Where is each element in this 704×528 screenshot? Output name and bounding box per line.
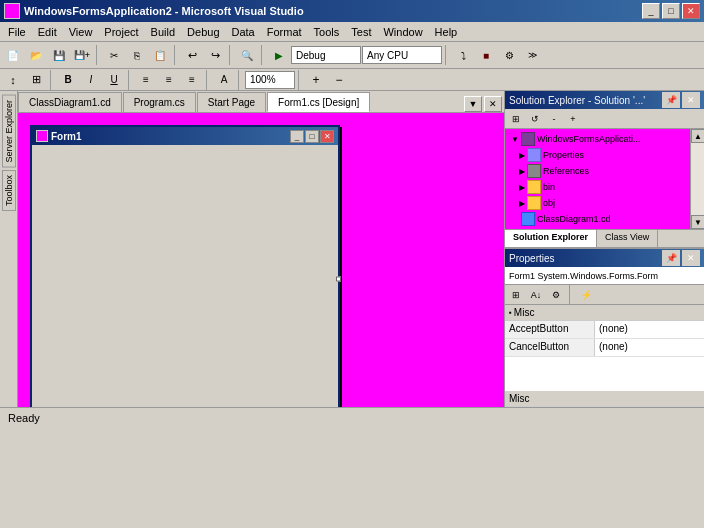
format-arrow-btn[interactable]	[2, 70, 24, 90]
debug-dropdown[interactable]: Debug	[291, 46, 361, 64]
align-left-btn[interactable]	[135, 70, 157, 90]
align-right-btn[interactable]	[181, 70, 203, 90]
menu-view[interactable]: View	[63, 24, 99, 40]
extra-icon: ≫	[528, 50, 537, 60]
se-item-bin[interactable]: ▶ bin	[507, 179, 688, 195]
undo-icon	[188, 49, 197, 62]
menu-test[interactable]: Test	[345, 24, 377, 40]
se-refresh-icon: ↺	[531, 114, 539, 124]
se-item-classdiagram[interactable]: ClassDiagram1.cd	[507, 211, 688, 227]
menu-format[interactable]: Format	[261, 24, 308, 40]
gear-icon	[505, 50, 514, 61]
se-header-buttons: 📌 ✕	[662, 92, 700, 108]
bold-button[interactable]	[57, 70, 79, 90]
menu-tools[interactable]: Tools	[308, 24, 346, 40]
folder-obj-icon	[527, 196, 541, 210]
new-button[interactable]	[2, 45, 24, 65]
menu-project[interactable]: Project	[98, 24, 144, 40]
cut-button[interactable]	[103, 45, 125, 65]
properties-button[interactable]	[498, 45, 520, 65]
cpu-dropdown[interactable]: Any CPU	[362, 46, 442, 64]
menu-file[interactable]: File	[2, 24, 32, 40]
menu-build[interactable]: Build	[145, 24, 181, 40]
tab-dropdown-button[interactable]: ▼	[464, 96, 482, 112]
se-item-properties[interactable]: ▶ Properties	[507, 147, 688, 163]
se-tab-classview[interactable]: Class View	[597, 230, 658, 247]
props-close-button[interactable]: ✕	[682, 250, 700, 266]
main-toolbar: 💾+ Debug Any CPU ≫	[0, 42, 704, 69]
toolbox-tab[interactable]: Toolbox	[2, 170, 16, 211]
se-tab-solution[interactable]: Solution Explorer	[505, 230, 597, 247]
italic-button[interactable]	[80, 70, 102, 90]
text-color-btn[interactable]	[213, 70, 235, 90]
plus-btn[interactable]	[305, 70, 327, 90]
save-button[interactable]	[48, 45, 70, 65]
se-scroll-up[interactable]: ▲	[691, 129, 704, 143]
props-val-cancel[interactable]: (none)	[595, 339, 704, 356]
props-category-btn[interactable]: ⊞	[507, 287, 525, 303]
props-pin-icon: 📌	[666, 253, 677, 263]
props-header-buttons: 📌 ✕	[662, 250, 700, 266]
form1-close-button[interactable]: ✕	[320, 130, 334, 143]
redo-button[interactable]	[204, 45, 226, 65]
se-close-button[interactable]: ✕	[682, 92, 700, 108]
se-item-bin-label: bin	[543, 182, 555, 192]
props-row-cancel: CancelButton (none)	[505, 339, 704, 357]
se-collapse-btn[interactable]: -	[545, 111, 563, 127]
align-center-btn[interactable]	[158, 70, 180, 90]
minimize-button[interactable]: _	[642, 3, 660, 19]
form1-body[interactable]	[32, 145, 338, 407]
props-prop-btn[interactable]: ⚙	[547, 287, 565, 303]
tab-strip: ClassDiagram1.cd Program.cs Start Page F…	[18, 91, 504, 113]
solution-explorer-header: Solution Explorer - Solution '...' 📌 ✕	[505, 91, 704, 109]
form1-window[interactable]: Form1 _ □ ✕	[30, 125, 340, 407]
se-scroll-down[interactable]: ▼	[691, 215, 704, 229]
menu-window[interactable]: Window	[377, 24, 428, 40]
open-button[interactable]	[25, 45, 47, 65]
play-button[interactable]	[268, 45, 290, 65]
extra-btn[interactable]: ≫	[521, 45, 543, 65]
tab-close-button[interactable]: ✕	[484, 96, 502, 112]
design-canvas[interactable]: Form1 _ □ ✕	[18, 113, 504, 407]
form1-buttons: _ □ ✕	[290, 130, 334, 143]
se-expand-btn[interactable]: +	[564, 111, 582, 127]
menu-data[interactable]: Data	[226, 24, 261, 40]
se-item-app[interactable]: ▼ WindowsFormsApplicati...	[507, 131, 688, 147]
tab-form1-design[interactable]: Form1.cs [Design]	[267, 92, 370, 112]
tab-startpage[interactable]: Start Page	[197, 92, 266, 112]
props-pin-button[interactable]: 📌	[662, 250, 680, 266]
stop-button[interactable]	[475, 45, 497, 65]
tab-program[interactable]: Program.cs	[123, 92, 196, 112]
tab-classdiagram[interactable]: ClassDiagram1.cd	[18, 92, 122, 112]
se-scroll-track[interactable]	[691, 143, 704, 215]
step-over-button[interactable]	[452, 45, 474, 65]
props-val-accept[interactable]: (none)	[595, 321, 704, 338]
se-item-references[interactable]: ▶ References	[507, 163, 688, 179]
props-alpha-btn[interactable]: A↓	[527, 287, 545, 303]
minus-btn[interactable]	[328, 70, 350, 90]
underline-button[interactable]	[103, 70, 125, 90]
se-refresh-btn[interactable]: ↺	[526, 111, 544, 127]
grip-right[interactable]	[336, 277, 341, 282]
undo-button[interactable]	[181, 45, 203, 65]
se-pin-button[interactable]: 📌	[662, 92, 680, 108]
properties-grid: ▪ Misc AcceptButton (none) CancelButton …	[505, 305, 704, 391]
format-grid-btn[interactable]	[25, 70, 47, 90]
copy-button[interactable]	[126, 45, 148, 65]
maximize-button[interactable]: □	[662, 3, 680, 19]
menu-help[interactable]: Help	[429, 24, 464, 40]
se-item-obj[interactable]: ▶ obj	[507, 195, 688, 211]
server-explorer-tab[interactable]: Server Explorer	[2, 95, 16, 168]
form1-maximize-button[interactable]: □	[305, 130, 319, 143]
save-all-button[interactable]: 💾+	[71, 45, 93, 65]
props-event-icon: ⚡	[581, 290, 592, 300]
paste-button[interactable]	[149, 45, 171, 65]
find-button[interactable]	[236, 45, 258, 65]
form1-minimize-button[interactable]: _	[290, 130, 304, 143]
close-button[interactable]: ✕	[682, 3, 700, 19]
menu-debug[interactable]: Debug	[181, 24, 225, 40]
se-properties-btn[interactable]: ⊞	[507, 111, 525, 127]
zoom-dropdown[interactable]: 100%	[245, 71, 295, 89]
props-event-btn[interactable]: ⚡	[577, 287, 595, 303]
menu-edit[interactable]: Edit	[32, 24, 63, 40]
